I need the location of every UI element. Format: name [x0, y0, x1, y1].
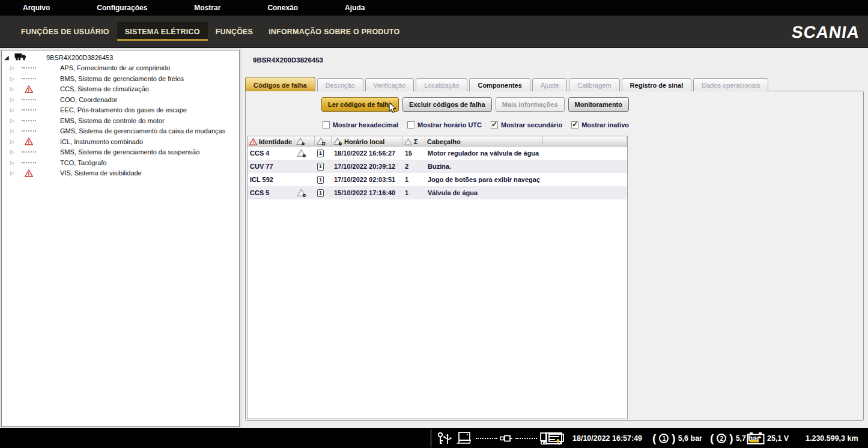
count-badge-icon: 1: [317, 176, 324, 184]
cell-active-fault: [294, 175, 315, 184]
tree-collapsed-arrow-icon[interactable]: ▷: [10, 149, 18, 155]
tree-item-status-icon: !: [20, 109, 38, 110]
tree-item-ecu[interactable]: ▷ ! ICL, Instrumento combinado: [2, 136, 239, 147]
menu-item[interactable]: Conexão: [267, 4, 298, 12]
tree-collapsed-arrow-icon[interactable]: ▷: [10, 160, 18, 166]
checkbox-label: Mostrar secundário: [501, 121, 562, 129]
display-option-checkbox[interactable]: Mostrar secundário: [491, 121, 562, 129]
svg-text:!: !: [28, 171, 30, 177]
tree-expanded-arrow-icon[interactable]: ◢: [4, 54, 12, 61]
function-tab[interactable]: Registro de sinal: [622, 78, 692, 91]
tree-item-label: GMS, Sistema de gerenciamento da caixa d…: [60, 127, 225, 135]
tree-collapsed-arrow-icon[interactable]: ▷: [10, 170, 18, 176]
scania-logo: SCANIA: [790, 23, 861, 42]
column-total[interactable]: Σ: [402, 136, 425, 147]
tree-collapsed-arrow-icon[interactable]: ▷: [10, 76, 18, 82]
display-option-checkbox[interactable]: Mostrar horário UTC: [407, 121, 482, 129]
fault-code-action-button[interactable]: Mais informações: [496, 97, 565, 112]
function-tab[interactable]: Descrição: [317, 78, 363, 91]
cell-header: Motor regulador na válvula de água: [425, 150, 543, 157]
tree-item-ecu[interactable]: ▷ ! VIS, Sistema de visibilidade: [2, 168, 239, 179]
checkbox-box[interactable]: [407, 121, 414, 129]
tree-item-ecu[interactable]: ▷ ! CCS, Sistema de climatização: [2, 84, 239, 95]
function-tab[interactable]: Dados operacionais: [693, 78, 768, 91]
checkbox-box[interactable]: [491, 121, 498, 129]
tree-collapsed-arrow-icon[interactable]: ▷: [10, 107, 18, 113]
cell-total: 1: [402, 176, 425, 183]
main-tab[interactable]: SISTEMA ELÉTRICO: [117, 22, 208, 41]
fault-table-row[interactable]: CCS 4 1 18/10/2022 16:56:27 15 Motor reg…: [247, 147, 627, 160]
tree-collapsed-arrow-icon[interactable]: ▷: [10, 128, 18, 134]
cell-header: Buzina.: [425, 163, 543, 170]
column-local-time[interactable]: Horário local: [332, 136, 402, 147]
statusbar-datetime: 18/10/2022 16:57:49: [572, 428, 642, 448]
fault-table-row[interactable]: ICL 592 1 17/10/2022 02:03:51 1 Jogo de …: [247, 173, 627, 186]
fault-code-action-button[interactable]: Monitoramento: [568, 97, 629, 112]
column-spacer: [543, 136, 627, 147]
tree-item-status-icon: !: [20, 67, 38, 68]
function-tab[interactable]: Códigos de falha: [245, 77, 315, 91]
checkbox-box[interactable]: [571, 121, 578, 129]
cell-identity: ICL 592: [247, 176, 294, 183]
warning-gear-icon: [297, 189, 306, 197]
tree-item-ecu[interactable]: ▷ ! GMS, Sistema de gerenciamento da cai…: [2, 126, 239, 137]
tree-collapsed-arrow-icon[interactable]: ▷: [10, 97, 18, 103]
function-tab[interactable]: Localização: [416, 78, 467, 91]
display-option-checkbox[interactable]: Mostrar inativo: [571, 121, 629, 129]
fault-table-row[interactable]: CUV 77 1 17/10/2022 20:39:12 2 Buzina.: [247, 160, 627, 173]
menu-item[interactable]: Arquivo: [23, 4, 50, 12]
brake-circuit-2-icon: 2: [717, 434, 726, 443]
tree-collapsed-arrow-icon[interactable]: ▷: [10, 86, 18, 92]
tree-item-label: EEC, Pós-tratamento dos gases de escape: [60, 106, 187, 114]
tree-item-ecu[interactable]: ▷ ! COO, Coordenador: [2, 94, 239, 105]
cell-count: 1: [315, 189, 332, 197]
tree-item-ecu[interactable]: ▷ ! SMS, Sistema de gerenciamento da sus…: [2, 147, 239, 158]
column-header-text[interactable]: Cabeçalho: [425, 136, 543, 147]
cell-active-fault: [294, 149, 315, 157]
checkbox-label: Mostrar hexadecimal: [333, 121, 398, 129]
column-active-fault[interactable]: [294, 136, 315, 147]
battery-icon: - +: [747, 431, 765, 445]
fault-code-action-button[interactable]: Excluir códigos de falha: [402, 97, 492, 112]
cell-active-fault: [294, 189, 315, 197]
function-tab[interactable]: Verificação: [365, 78, 414, 91]
function-tab[interactable]: Calibragem: [569, 78, 619, 91]
system-tree-panel: ◢ 9BSR4X200D3826453 ▷ ! APS, Forneciment…: [1, 50, 240, 427]
main-tab[interactable]: INFORMAÇÃO SOBRE O PRODUTO: [261, 22, 407, 41]
tree-collapsed-arrow-icon[interactable]: ▷: [10, 139, 18, 145]
tree-item-status-icon: !: [20, 138, 38, 145]
battery-voltage: - + 25,1 V: [747, 428, 789, 448]
cell-identity: CCS 5: [247, 189, 294, 196]
tree-item-ecu[interactable]: ▷ ! EEC, Pós-tratamento dos gases de esc…: [2, 105, 239, 116]
display-option-checkbox[interactable]: Mostrar hexadecimal: [323, 121, 398, 129]
tree-root-vehicle[interactable]: ◢ 9BSR4X200D3826453: [2, 52, 239, 63]
tree-item-ecu[interactable]: ▷ ! BMS, Sistema de gerenciamento de fre…: [2, 73, 239, 84]
menu-item[interactable]: Ajuda: [345, 4, 365, 12]
no-fault-dashes-icon: [22, 151, 36, 153]
svg-text:!: !: [252, 139, 254, 145]
tree-collapsed-arrow-icon[interactable]: ▷: [10, 65, 18, 71]
function-tab[interactable]: Componentes: [469, 78, 530, 91]
menu-item[interactable]: Mostrar: [194, 4, 220, 12]
fault-code-action-button[interactable]: Ler códigos de falha: [321, 97, 399, 112]
mouse-cursor: [388, 102, 398, 114]
fault-table-row[interactable]: CCS 5 1 15/10/2022 17:16:40 1 Válvula de…: [247, 186, 627, 199]
tree-collapsed-arrow-icon[interactable]: ▷: [10, 118, 18, 124]
no-fault-dashes-icon: [22, 130, 36, 132]
main-tab[interactable]: FUNÇÕES: [208, 22, 261, 41]
main-tab[interactable]: FUNÇÕES DE USUÁRIO: [13, 22, 117, 41]
svg-text:!: !: [28, 86, 30, 92]
tree-root-label: 9BSR4X200D3826453: [46, 54, 113, 61]
tree-item-ecu[interactable]: ▷ ! TCO, Tacógrafo: [2, 157, 239, 168]
statusbar-separator: [431, 429, 431, 447]
function-tab-strip: Códigos de falhaDescriçãoVerificaçãoLoca…: [245, 76, 770, 91]
column-occurrence-count[interactable]: [315, 136, 332, 147]
column-identity[interactable]: ! Identidade: [247, 136, 294, 147]
tree-item-ecu[interactable]: ▷ ! EMS, Sistema de controle do motor: [2, 115, 239, 126]
checkbox-box[interactable]: [323, 121, 330, 129]
warning-gear-icon: [297, 149, 306, 157]
tree-item-ecu[interactable]: ▷ ! APS, Fornecimento de ar comprimido: [2, 63, 239, 74]
menu-item[interactable]: Configurações: [97, 4, 147, 12]
function-tab[interactable]: Ajuste: [532, 78, 568, 91]
vehicle-vin-label: 9BSR4X200D3826453: [253, 56, 323, 64]
